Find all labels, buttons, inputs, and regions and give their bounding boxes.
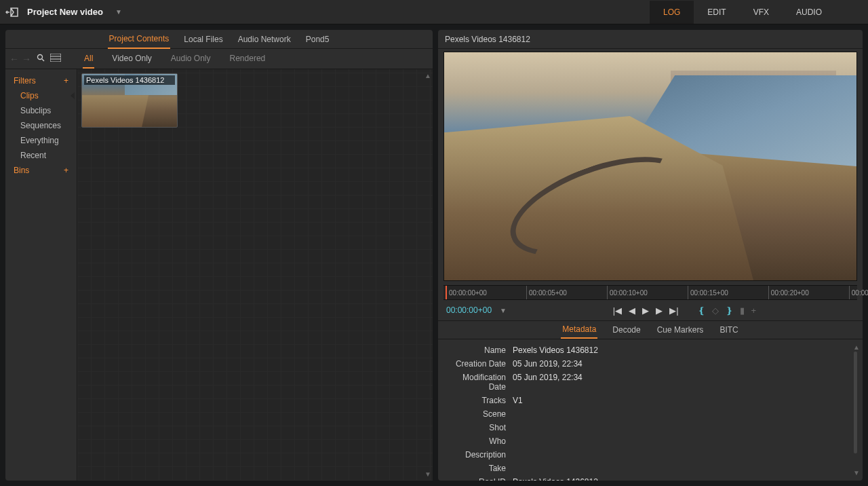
scroll-down-icon[interactable]: ▼	[425, 470, 431, 478]
project-title[interactable]: Project New video	[27, 7, 103, 17]
playback-controls: |◀ ◀ ▶ ▶ ▶| ❴ ◇ ❵ ▮ +	[613, 305, 756, 316]
add-bin-icon[interactable]: +	[64, 166, 68, 175]
timecode-dropdown-icon[interactable]: ▼	[500, 307, 507, 314]
metadata-value[interactable]: V1	[513, 396, 523, 405]
clip-label: Pexels Videos 1436812	[84, 75, 175, 85]
bins-header[interactable]: Bins +	[8, 163, 74, 178]
clip-thumbnail[interactable]: Pexels Videos 1436812	[81, 73, 178, 128]
playback-bar: 00:00:00+00 ▼ |◀ ◀ ▶ ▶ ▶| ❴ ◇ ❵ ▮ +	[438, 300, 863, 320]
search-icon[interactable]	[37, 54, 45, 64]
meta-scroll-up-icon[interactable]: ▲	[853, 343, 860, 351]
goto-start-icon[interactable]: |◀	[613, 305, 622, 316]
metadata-row: Reel IDPexels Videos 1436812	[448, 475, 853, 481]
workspace: Project Contents Local Files Audio Netwo…	[0, 24, 868, 486]
project-dropdown-icon[interactable]: ▼	[115, 8, 122, 16]
metadata-row: Who	[448, 434, 853, 448]
svg-line-1	[42, 59, 44, 61]
metadata-value[interactable]: 05 Jun 2019, 22:34	[513, 373, 583, 392]
preview-viewer[interactable]	[443, 52, 857, 281]
svg-point-0	[38, 55, 43, 60]
metadata-row: Take	[448, 462, 853, 475]
tab-audio[interactable]: AUDIO	[783, 1, 835, 24]
tab-audio-network[interactable]: Audio Network	[237, 31, 292, 48]
mark-out-icon[interactable]: ❵	[726, 305, 733, 316]
filter-audio-only[interactable]: Audio Only	[170, 50, 212, 69]
metadata-row: Shot	[448, 421, 853, 434]
left-panel: Project Contents Local Files Audio Netwo…	[5, 30, 433, 481]
next-frame-icon[interactable]: ▶	[656, 305, 663, 316]
metadata-label: Scene	[448, 409, 506, 419]
add-icon[interactable]: +	[751, 305, 757, 316]
filter-all[interactable]: All	[83, 50, 94, 69]
bins-label: Bins	[14, 166, 29, 175]
play-icon[interactable]: ▶	[642, 305, 649, 316]
tab-metadata[interactable]: Metadata	[561, 321, 597, 339]
metadata-label: Shot	[448, 423, 506, 432]
tab-project-contents[interactable]: Project Contents	[108, 30, 171, 49]
metadata-value[interactable]: Pexels Videos 1436812	[513, 345, 598, 355]
add-marker-icon[interactable]: ▮	[740, 305, 745, 316]
tab-log[interactable]: LOG	[650, 1, 694, 24]
ruler-mark: 00:00:10+00	[607, 286, 648, 299]
meta-scrollbar[interactable]	[854, 352, 857, 453]
preview-area	[438, 49, 863, 284]
clear-marks-icon[interactable]: ◇	[712, 305, 719, 316]
tab-decode[interactable]: Decode	[611, 322, 642, 338]
filter-rendered[interactable]: Rendered	[229, 50, 267, 69]
ruler-mark: 00:00:05+00	[526, 286, 567, 299]
metadata-row: Modification Date05 Jun 2019, 22:34	[448, 371, 853, 394]
metadata-row: NamePexels Videos 1436812	[448, 343, 853, 357]
scroll-up-icon[interactable]: ▲	[425, 72, 431, 79]
app-icon[interactable]	[5, 7, 19, 18]
metadata-label: Reel ID	[448, 477, 506, 481]
metadata-value[interactable]: Pexels Videos 1436812	[513, 477, 598, 481]
metadata-label: Tracks	[448, 396, 506, 405]
source-tabs: Project Contents Local Files Audio Netwo…	[5, 30, 433, 49]
timeline-ruler[interactable]: 00:00:00+00 00:00:05+00 00:00:10+00 00:0…	[443, 285, 857, 300]
metadata-row: Scene	[448, 407, 853, 421]
tab-cue-markers[interactable]: Cue Markers	[656, 322, 705, 338]
main-tabs: LOG EDIT VFX AUDIO	[650, 1, 835, 24]
right-panel: Pexels Videos 1436812 00:00:00+00 00:00:…	[438, 30, 863, 481]
sidebar-item-recent[interactable]: Recent	[8, 148, 74, 163]
nav-back-icon[interactable]: ←	[9, 54, 19, 64]
meta-scroll-down-icon[interactable]: ▼	[853, 469, 860, 476]
sidebar: Filters + Clips Subclips Sequences Every…	[5, 69, 77, 481]
ruler-mark: 00:00	[849, 286, 868, 299]
preview-title: Pexels Videos 1436812	[438, 30, 863, 49]
view-mode-icon[interactable]	[50, 54, 61, 64]
metadata-value[interactable]: 05 Jun 2019, 22:34	[513, 359, 583, 369]
clip-grid[interactable]: Pexels Videos 1436812 ▲ ▼	[77, 69, 433, 481]
tab-bitc[interactable]: BITC	[718, 322, 739, 338]
filters-header[interactable]: Filters +	[8, 73, 74, 88]
metadata-label: Who	[448, 436, 506, 446]
metadata-row: Creation Date05 Jun 2019, 22:34	[448, 357, 853, 371]
ruler-mark: 00:00:00+00	[446, 286, 487, 299]
timecode-display[interactable]: 00:00:00+00	[446, 305, 492, 315]
mark-in-icon[interactable]: ❴	[698, 305, 705, 316]
filter-video-only[interactable]: Video Only	[111, 50, 153, 69]
tab-edit[interactable]: EDIT	[694, 1, 739, 24]
topbar: Project New video ▼ LOG EDIT VFX AUDIO	[0, 0, 868, 24]
tab-vfx[interactable]: VFX	[740, 1, 783, 24]
content-area: Filters + Clips Subclips Sequences Every…	[5, 69, 433, 481]
sidebar-item-sequences[interactable]: Sequences	[8, 118, 74, 133]
metadata-label: Description	[448, 450, 506, 460]
toolbar-row: ← → All Video Only Audio Only Rendered	[5, 49, 433, 69]
add-filter-icon[interactable]: +	[64, 76, 68, 86]
sidebar-item-subclips[interactable]: Subclips	[8, 103, 74, 118]
metadata-label: Modification Date	[448, 373, 506, 392]
sidebar-item-everything[interactable]: Everything	[8, 133, 74, 148]
sidebar-item-clips[interactable]: Clips	[8, 88, 74, 103]
tab-pond5[interactable]: Pond5	[304, 31, 331, 48]
tab-local-files[interactable]: Local Files	[182, 31, 224, 48]
topbar-left: Project New video ▼	[5, 7, 650, 18]
metadata-row: TracksV1	[448, 394, 853, 407]
prev-frame-icon[interactable]: ◀	[629, 305, 635, 316]
ruler-mark: 00:00:15+00	[688, 286, 728, 299]
metadata-label: Name	[448, 345, 506, 355]
metadata-tabs: Metadata Decode Cue Markers BITC	[438, 320, 863, 339]
nav-forward-icon[interactable]: →	[22, 54, 31, 64]
goto-end-icon[interactable]: ▶|	[669, 305, 678, 316]
ruler-mark: 00:00:20+00	[768, 286, 809, 299]
